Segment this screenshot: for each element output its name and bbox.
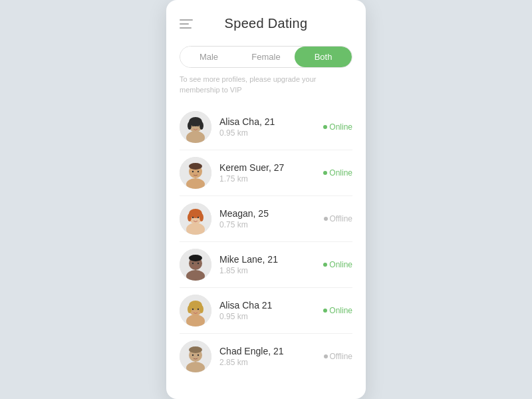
profile-name: Kerem Suer, 27 — [219, 162, 323, 173]
status-label: Offline — [330, 214, 352, 223]
phone-card: Speed Dating Male Female Both To see mor… — [166, 0, 366, 399]
svg-point-21 — [198, 217, 199, 218]
filter-male[interactable]: Male — [180, 47, 237, 67]
profile-name: Mike Lane, 21 — [219, 254, 323, 265]
profile-name: Alisa Cha 21 — [219, 300, 323, 311]
filter-toggle: Male Female Both — [180, 46, 352, 68]
avatar — [180, 111, 211, 143]
avatar — [180, 340, 211, 372]
svg-point-7 — [198, 125, 199, 126]
svg-point-6 — [192, 125, 194, 126]
profile-item[interactable]: Mike Lane, 211.85 kmOnline — [180, 242, 352, 288]
status-badge: Online — [323, 122, 352, 132]
profile-item[interactable]: Alisa Cha, 210.95 kmOnline — [180, 104, 352, 150]
svg-point-35 — [198, 309, 199, 310]
profile-item[interactable]: Alisa Cha 210.95 kmOnline — [180, 288, 352, 334]
profile-list: Alisa Cha, 210.95 kmOnline Kerem Suer, 2… — [180, 104, 352, 379]
status-label: Online — [329, 168, 352, 178]
svg-point-40 — [192, 354, 194, 356]
svg-point-26 — [192, 263, 194, 264]
profile-distance: 1.75 km — [219, 174, 323, 184]
filter-both[interactable]: Both — [295, 47, 352, 67]
profile-item[interactable]: Meagan, 250.75 kmOffline — [180, 196, 352, 242]
profile-distance: 1.85 km — [219, 266, 323, 275]
status-label: Online — [329, 260, 352, 269]
svg-point-41 — [198, 354, 199, 356]
profile-info: Meagan, 250.75 km — [219, 208, 324, 229]
profile-info: Alisa Cha, 210.95 km — [219, 116, 323, 138]
profile-name: Meagan, 25 — [219, 208, 324, 219]
profile-item[interactable]: Kerem Suer, 271.75 kmOnline — [180, 150, 352, 196]
profile-info: Chad Engle, 212.85 km — [219, 346, 324, 367]
menu-icon[interactable] — [180, 19, 193, 29]
svg-point-18 — [188, 213, 192, 221]
page-title: Speed Dating — [225, 16, 308, 31]
svg-point-20 — [192, 217, 194, 218]
status-badge: Offline — [324, 214, 352, 223]
status-badge: Online — [323, 306, 352, 315]
profile-distance: 0.95 km — [219, 312, 323, 321]
header: Speed Dating — [180, 16, 352, 31]
avatar — [180, 157, 211, 189]
status-label: Online — [329, 122, 352, 132]
status-dot-icon — [323, 125, 327, 129]
status-badge: Online — [323, 260, 352, 269]
avatar — [180, 295, 211, 327]
profile-info: Alisa Cha 210.95 km — [219, 300, 323, 321]
profile-info: Mike Lane, 211.85 km — [219, 254, 323, 275]
upgrade-notice: To see more profiles, please upgrade you… — [180, 74, 352, 95]
status-label: Offline — [330, 352, 352, 361]
profile-info: Kerem Suer, 271.75 km — [219, 162, 323, 184]
profile-name: Chad Engle, 21 — [219, 346, 324, 356]
svg-point-5 — [200, 122, 203, 130]
svg-point-4 — [188, 122, 192, 130]
svg-point-39 — [189, 346, 202, 353]
filter-female[interactable]: Female — [237, 47, 295, 67]
svg-point-32 — [188, 305, 192, 313]
status-dot-icon — [323, 263, 327, 267]
profile-item[interactable]: Chad Engle, 212.85 kmOffline — [180, 334, 352, 379]
avatar — [180, 249, 211, 281]
status-badge: Online — [323, 168, 352, 178]
profile-distance: 0.95 km — [219, 128, 323, 138]
svg-point-34 — [192, 309, 194, 310]
svg-point-25 — [189, 255, 202, 261]
status-badge: Offline — [324, 352, 352, 361]
status-label: Online — [329, 306, 352, 315]
status-dot-icon — [324, 217, 328, 221]
status-dot-icon — [323, 171, 327, 175]
svg-point-13 — [198, 171, 199, 172]
svg-point-11 — [189, 163, 202, 170]
svg-point-12 — [192, 171, 194, 172]
svg-point-27 — [198, 263, 199, 264]
avatar — [180, 203, 211, 235]
svg-point-19 — [200, 213, 203, 221]
profile-name: Alisa Cha, 21 — [219, 116, 323, 127]
status-dot-icon — [324, 354, 328, 358]
profile-distance: 2.85 km — [219, 358, 324, 367]
status-dot-icon — [323, 309, 327, 313]
profile-distance: 0.75 km — [219, 220, 324, 229]
svg-point-33 — [200, 305, 203, 313]
